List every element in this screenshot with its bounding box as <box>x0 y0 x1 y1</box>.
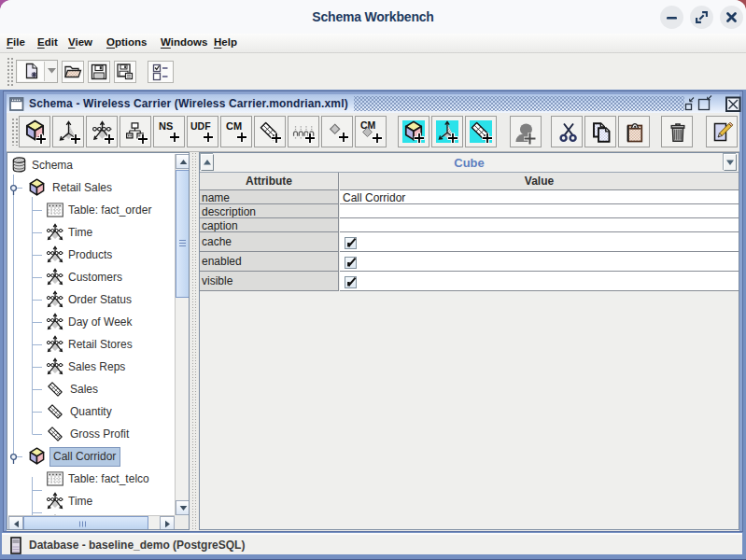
svg-text:CM: CM <box>226 120 242 132</box>
svg-text:NS: NS <box>159 120 173 132</box>
svg-text:UDF: UDF <box>190 120 211 132</box>
